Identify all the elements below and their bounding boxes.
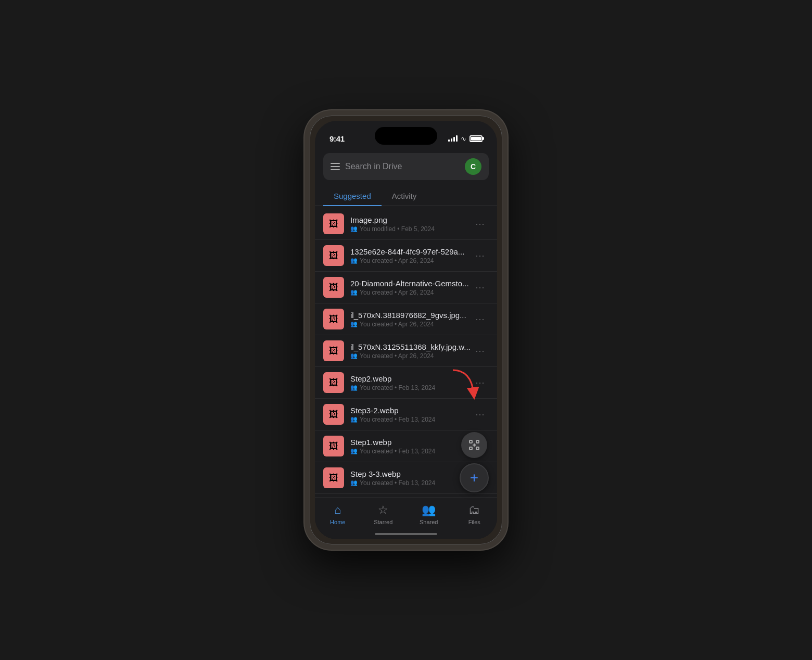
- status-time: 9:41: [329, 134, 345, 143]
- more-options-button[interactable]: ⋯: [471, 214, 489, 234]
- nav-files[interactable]: 🗂 Files: [452, 503, 498, 525]
- shared-icon: 👥: [422, 503, 436, 517]
- nav-starred[interactable]: ☆ Starred: [361, 503, 407, 525]
- svg-rect-1: [476, 440, 479, 443]
- file-name: 20-Diamond-Alternative-Gemsto...: [350, 279, 471, 288]
- main-content: Search in Drive C Suggested Activity: [315, 149, 497, 539]
- people-icon: 👥: [350, 225, 358, 232]
- file-meta: 👥 You created • Apr 26, 2024: [350, 321, 471, 328]
- more-options-button[interactable]: ⋯: [471, 277, 489, 297]
- nav-home[interactable]: ⌂ Home: [315, 503, 361, 525]
- nav-starred-label: Starred: [374, 519, 392, 525]
- people-icon: 👥: [350, 289, 358, 296]
- file-name: il_570xN.3818976682_9gvs.jpg...: [350, 311, 471, 320]
- file-item-0[interactable]: 🖼 Image.png 👥 You modified • Feb 5, 2024…: [315, 208, 497, 240]
- menu-icon[interactable]: [331, 163, 340, 170]
- file-name: Step3-2.webp: [350, 406, 471, 415]
- file-info: 20-Diamond-Alternative-Gemsto... 👥 You c…: [350, 279, 471, 296]
- search-placeholder: Search in Drive: [345, 162, 460, 171]
- people-icon: 👥: [350, 321, 358, 327]
- file-name: Step2.webp: [350, 374, 471, 383]
- file-thumb: 🖼: [323, 245, 344, 266]
- dynamic-island: [375, 127, 437, 145]
- file-thumb: 🖼: [323, 404, 344, 425]
- file-item-4[interactable]: 🖼 il_570xN.3125511368_kkfy.jpg.w... 👥 Yo…: [315, 335, 497, 367]
- status-icons: ∿: [448, 135, 483, 143]
- add-button[interactable]: +: [460, 463, 489, 492]
- file-item-2[interactable]: 🖼 20-Diamond-Alternative-Gemsto... 👥 You…: [315, 272, 497, 303]
- nav-home-label: Home: [330, 519, 345, 525]
- file-info: Image.png 👥 You modified • Feb 5, 2024: [350, 215, 471, 233]
- nav-files-label: Files: [468, 519, 480, 525]
- file-name: 1325e62e-844f-4fc9-97ef-529a...: [350, 247, 471, 256]
- file-name: Step 3-3.webp: [350, 469, 471, 478]
- phone-frame: 9:41 ∿ Search in: [304, 110, 508, 550]
- file-meta: 👥 You created • Apr 26, 2024: [350, 289, 471, 296]
- file-item-1[interactable]: 🖼 1325e62e-844f-4fc9-97ef-529a... 👥 You …: [315, 240, 497, 272]
- people-icon: 👥: [350, 352, 358, 359]
- file-item-3[interactable]: 🖼 il_570xN.3818976682_9gvs.jpg... 👥 You …: [315, 303, 497, 335]
- file-info: 1325e62e-844f-4fc9-97ef-529a... 👥 You cr…: [350, 247, 471, 264]
- search-bar[interactable]: Search in Drive C: [323, 153, 489, 180]
- file-thumb: 🖼: [323, 467, 344, 488]
- file-info: Step3-2.webp 👥 You created • Feb 13, 202…: [350, 406, 471, 423]
- file-name: Step1.webp: [350, 438, 471, 447]
- phone-screen: 9:41 ∿ Search in: [315, 121, 497, 539]
- file-item-5[interactable]: 🖼 Step2.webp 👥 You created • Feb 13, 202…: [315, 367, 497, 399]
- more-options-button[interactable]: ⋯: [471, 309, 489, 329]
- user-avatar[interactable]: C: [465, 158, 481, 175]
- file-thumb: 🖼: [323, 277, 344, 298]
- file-info: Step 3-3.webp 👥 You created • Feb 13, 20…: [350, 469, 471, 487]
- file-thumb: 🖼: [323, 340, 344, 361]
- more-options-button[interactable]: ⋯: [471, 404, 489, 424]
- file-meta: 👥 You created • Apr 26, 2024: [350, 257, 471, 264]
- file-info: Step2.webp 👥 You created • Feb 13, 2024: [350, 374, 471, 391]
- people-icon: 👥: [350, 384, 358, 391]
- file-item-6[interactable]: 🖼 Step3-2.webp 👥 You created • Feb 13, 2…: [315, 399, 497, 430]
- tab-activity[interactable]: Activity: [382, 186, 427, 206]
- file-thumb: 🖼: [323, 309, 344, 329]
- wifi-icon: ∿: [461, 135, 466, 143]
- nav-shared[interactable]: 👥 Shared: [406, 503, 452, 525]
- more-options-button[interactable]: ⋯: [471, 341, 489, 361]
- people-icon: 👥: [350, 416, 358, 423]
- nav-shared-label: Shared: [420, 519, 438, 525]
- file-name: Image.png: [350, 215, 471, 224]
- svg-rect-0: [470, 440, 472, 443]
- svg-rect-6: [476, 447, 479, 450]
- tab-suggested[interactable]: Suggested: [323, 186, 382, 206]
- people-icon: 👥: [350, 448, 358, 454]
- file-name: il_570xN.3125511368_kkfy.jpg.w...: [350, 342, 471, 351]
- file-meta: 👥 You created • Feb 13, 2024: [350, 416, 471, 423]
- file-info: il_570xN.3125511368_kkfy.jpg.w... 👥 You …: [350, 342, 471, 360]
- file-info: Step1.webp 👥 You created • Feb 13, 2024: [350, 438, 471, 455]
- people-icon: 👥: [350, 479, 358, 486]
- file-meta: 👥 You created • Feb 13, 2024: [350, 384, 471, 391]
- file-info: il_570xN.3818976682_9gvs.jpg... 👥 You cr…: [350, 311, 471, 328]
- file-meta: 👥 You created • Feb 13, 2024: [350, 448, 471, 455]
- scan-button[interactable]: [461, 432, 487, 458]
- phone-wrapper: 9:41 ∿ Search in: [304, 110, 508, 550]
- file-thumb: 🖼: [323, 372, 344, 393]
- fab-container: +: [460, 432, 489, 492]
- people-icon: 👥: [350, 257, 358, 264]
- home-indicator: [375, 533, 437, 535]
- signal-icon: [448, 135, 458, 142]
- home-icon: ⌂: [334, 503, 341, 517]
- file-meta: 👥 You created • Feb 13, 2024: [350, 479, 471, 487]
- more-options-button[interactable]: ⋯: [471, 246, 489, 265]
- more-options-button[interactable]: ⋯: [471, 373, 489, 392]
- file-meta: 👥 You modified • Feb 5, 2024: [350, 225, 471, 233]
- files-icon: 🗂: [468, 503, 480, 517]
- svg-rect-2: [470, 447, 472, 450]
- file-meta: 👥 You created • Apr 26, 2024: [350, 352, 471, 360]
- tabs-bar: Suggested Activity: [315, 186, 497, 206]
- file-thumb: 🖼: [323, 213, 344, 234]
- file-thumb: 🖼: [323, 436, 344, 456]
- battery-icon: [470, 135, 483, 142]
- star-icon: ☆: [378, 503, 388, 517]
